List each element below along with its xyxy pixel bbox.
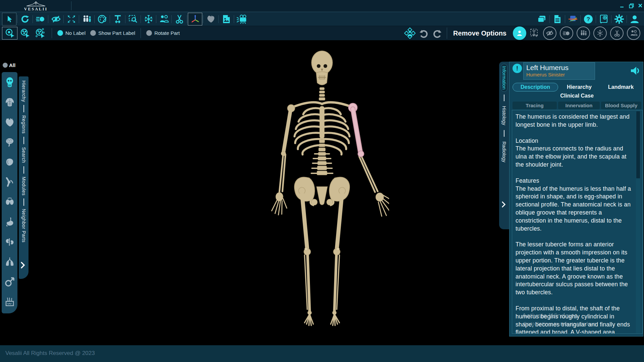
heart-animation-button[interactable]	[204, 13, 218, 25]
body-models-option-button[interactable]	[577, 26, 590, 40]
sidebar-tab-neighbor-parts[interactable]: Neighbor Parts	[21, 209, 26, 242]
system-muscular-button[interactable]	[4, 97, 15, 108]
vesalii-logo: VESALII	[3, 0, 69, 11]
help-button[interactable]: ?	[581, 13, 595, 25]
snapshot-button[interactable]	[219, 13, 233, 25]
cut-part-button[interactable]	[172, 13, 186, 25]
atlas-book-button[interactable]	[597, 13, 610, 25]
person-visibility-button[interactable]	[513, 26, 526, 40]
tab-tracing[interactable]: Tracing	[513, 102, 557, 109]
muscular-system-icon	[5, 97, 15, 107]
compare-models-button[interactable]	[157, 13, 171, 25]
label-transform-button[interactable]	[528, 27, 541, 39]
part-latin-name: Humerus Sinister	[526, 72, 592, 77]
radio-dot-on	[57, 30, 63, 36]
radio-rotate-part[interactable]: Rotate Part	[146, 30, 180, 36]
freeze-part-option-button[interactable]	[593, 26, 607, 40]
tab-landmark[interactable]: Landmark	[600, 84, 641, 90]
system-lymphatic-button[interactable]	[4, 157, 15, 168]
main-toolbar-right-group: ?	[535, 12, 641, 26]
sidebar-tab-search[interactable]: Search	[21, 147, 26, 163]
hide-part-button[interactable]	[49, 13, 63, 25]
info-panel-collapse-chevron[interactable]	[501, 201, 506, 208]
restore-button[interactable]	[628, 2, 635, 9]
cut-part-option-button[interactable]	[610, 26, 624, 40]
selected-left-humerus[interactable]	[348, 103, 364, 157]
transform-t-icon	[113, 15, 122, 23]
system-circulatory-button[interactable]	[4, 117, 15, 128]
tab-hierarchy[interactable]: Hierarchy	[558, 84, 600, 90]
divider	[23, 105, 24, 112]
description-heading: Features	[516, 177, 634, 185]
compare-models-option-button[interactable]	[627, 26, 640, 40]
panel-tab-histology[interactable]: Histology	[501, 104, 507, 127]
secondary-toolbar: No Label Show Part Label Rotate Part	[0, 26, 644, 41]
select-tool-button[interactable]	[2, 13, 16, 25]
single-select-icon	[5, 28, 15, 38]
undo-icon	[419, 28, 429, 38]
reset-pose-button[interactable]	[403, 27, 417, 39]
copyright-text: Vesalii All Rights Reserved @ 2023	[5, 350, 95, 357]
system-respiratory-button[interactable]	[4, 256, 15, 267]
fly-through-option-button[interactable]	[560, 26, 573, 40]
description-scrollbar-thumb[interactable]	[636, 111, 640, 178]
divider	[23, 166, 24, 174]
transform-label-button[interactable]	[111, 13, 124, 25]
system-digestive-button[interactable]	[4, 216, 15, 228]
undo-button[interactable]	[417, 27, 430, 39]
tab-description[interactable]: Description	[513, 83, 558, 92]
record-video-button[interactable]	[235, 13, 249, 25]
close-button[interactable]: ×	[637, 2, 644, 9]
tab-blood-supply[interactable]: Blood Supply	[601, 102, 641, 109]
select-cursor-icon	[5, 15, 13, 23]
hide-part-option-button[interactable]	[543, 26, 556, 40]
tab-clinical-case[interactable]: Clinical Case	[513, 93, 641, 99]
snowflake-icon	[597, 30, 603, 37]
orientation-plane-button[interactable]	[566, 13, 580, 25]
system-joints-button[interactable]	[4, 176, 15, 188]
fly-through-icon	[36, 15, 45, 23]
system-integumentary-button[interactable]	[4, 296, 15, 307]
radio-no-label[interactable]: No Label	[57, 30, 86, 36]
all-systems-toggle[interactable]: All	[3, 62, 15, 68]
system-urinary-button[interactable]	[4, 236, 15, 248]
system-reproductive-button[interactable]	[4, 276, 15, 288]
rotate-view-button[interactable]	[18, 13, 32, 25]
minimize-button[interactable]	[618, 2, 626, 9]
sidebar-expand-chevron[interactable]	[20, 261, 25, 269]
radio-show-part-label[interactable]: Show Part Label	[90, 30, 135, 36]
people-trio-icon	[580, 30, 587, 37]
pronounce-button[interactable]	[630, 66, 641, 76]
system-endocrine-button[interactable]	[4, 196, 15, 208]
sidebar-tab-regions[interactable]: Regions	[21, 115, 26, 134]
zoom-region-button[interactable]	[126, 13, 140, 25]
layers-button[interactable]	[535, 13, 549, 25]
panel-tab-radiology[interactable]: Radiology	[501, 139, 507, 164]
report-button[interactable]	[550, 13, 564, 25]
body-models-button[interactable]	[80, 13, 94, 25]
skeletal-system-icon	[5, 77, 15, 88]
fly-through-button[interactable]	[34, 13, 47, 25]
sidebar-tab-modules[interactable]: Modules	[21, 177, 26, 195]
paint-palette-button[interactable]	[95, 13, 109, 25]
zoom-region-icon	[128, 15, 138, 23]
freeze-part-button[interactable]	[142, 13, 155, 25]
redo-button[interactable]	[430, 27, 444, 39]
sidebar-tab-hierarchy[interactable]: Hierarchy	[21, 80, 26, 102]
single-select-button[interactable]	[2, 27, 17, 40]
skeleton-model[interactable]	[255, 42, 389, 337]
settings-button[interactable]	[612, 13, 626, 25]
system-nervous-button[interactable]	[4, 136, 15, 148]
system-skeletal-button[interactable]	[4, 77, 15, 88]
axis-gizmo-button[interactable]	[188, 13, 202, 25]
extended-select-button[interactable]	[32, 27, 48, 39]
skin-system-icon	[5, 297, 15, 307]
people-trio-icon	[82, 15, 92, 23]
panel-tab-information[interactable]: Information	[501, 64, 507, 92]
profile-button[interactable]	[628, 13, 641, 25]
tab-innervation[interactable]: Innervation	[558, 102, 600, 109]
windows-activation-watermark: Activate Windows Go to Settings to activ…	[522, 312, 596, 326]
expand-view-button[interactable]	[64, 13, 78, 25]
multi-select-button[interactable]	[17, 27, 32, 39]
heart-icon	[207, 15, 215, 23]
